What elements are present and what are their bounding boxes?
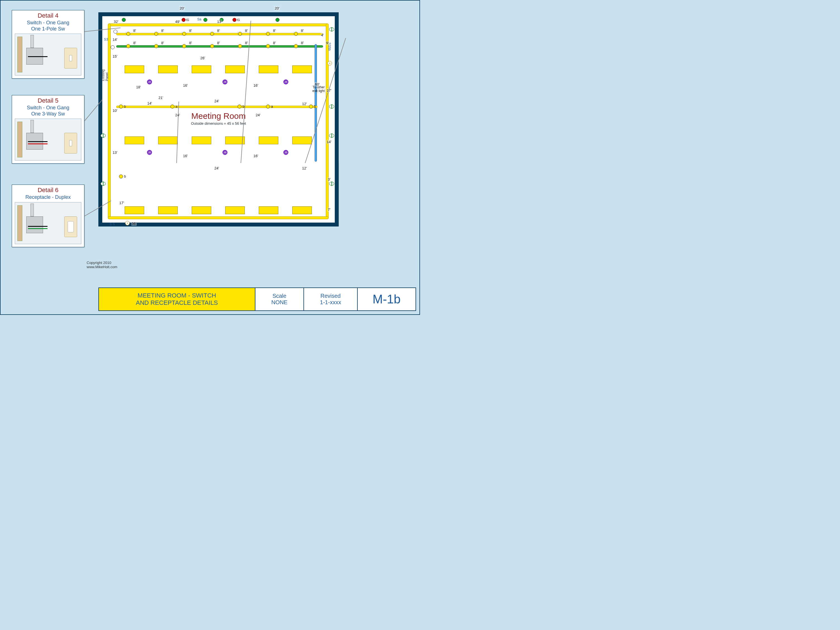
detail-5-figure — [15, 119, 81, 160]
title-block-revised: Revised 1-1-xxxx — [304, 288, 358, 310]
room-title: Meeting Room Outside dimensions = 45 x 5… — [191, 111, 246, 125]
jb-icon: JB — [223, 150, 227, 155]
existing-panel-label: ExistingPanel — [101, 70, 109, 81]
jb-icon: JB — [147, 79, 152, 84]
detail-6-card: Detail 6 Receptacle - Duplex — [12, 185, 84, 247]
title-block: MEETING ROOM - SWITCH AND RECEPTACLE DET… — [98, 288, 416, 311]
copyright: Copyright 2010 www.MikeHolt.com — [87, 261, 117, 269]
switch-s3-label: S3 — [104, 38, 108, 41]
ig-receptacle-icon — [232, 18, 237, 22]
detail-5-sub: Switch - One Gang One 3-Way Sw — [15, 105, 81, 117]
detail-4-sub: Switch - One Gang One 1-Pole Sw — [15, 20, 81, 32]
title-block-sheet: M-1b — [358, 288, 415, 310]
jb-icon: JB — [283, 150, 288, 155]
detail-4-figure — [15, 33, 81, 76]
title-block-scale: Scale NONE — [256, 288, 304, 310]
exit-light-icon: × — [125, 221, 129, 225]
detail-5-card: Detail 5 Switch - One Gang One 3-Way Sw — [12, 95, 84, 164]
exit-light-note: To otherexit light — [313, 85, 325, 93]
detail-4-card: Detail 4 Switch - One Gang One 1-Pole Sw — [12, 10, 84, 79]
switch-sa-label: Sa — [197, 17, 202, 21]
floorplan: JB JB JB JB JB JB IG IG Sa S3 S3Sb S S b… — [98, 12, 339, 226]
jb-icon: JB — [283, 79, 288, 84]
title-block-main: MEETING ROOM - SWITCH AND RECEPTACLE DET… — [99, 288, 256, 310]
detail-6-figure — [15, 202, 81, 244]
detail-6-sub: Receptacle - Duplex — [15, 194, 81, 201]
detail-5-title: Detail 5 — [15, 97, 81, 104]
jb-icon: JB — [223, 79, 227, 84]
ig-receptacle-icon — [182, 18, 186, 22]
detail-6-title: Detail 6 — [15, 187, 81, 194]
switch-ss-label: S S — [109, 222, 115, 226]
exit-light-icon: × — [327, 61, 332, 65]
detail-4-title: Detail 4 — [15, 12, 81, 19]
jb-icon: JB — [147, 150, 152, 155]
